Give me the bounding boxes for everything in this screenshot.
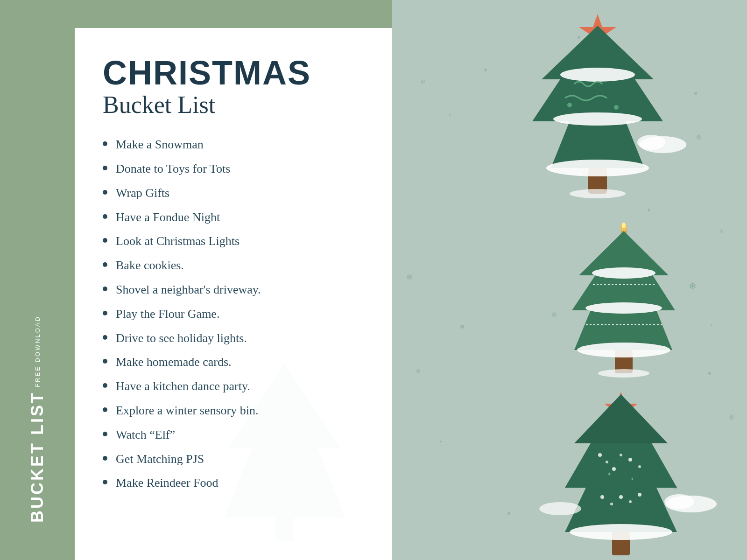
- svg-point-36: [585, 302, 662, 314]
- svg-point-49: [606, 461, 608, 463]
- trees-illustration: ❄ ✦ ❄ ❄ ❄ ✦ ❄ ❄ ✦ ❄: [392, 0, 747, 560]
- svg-text:✦: ✦: [448, 112, 452, 118]
- svg-point-65: [539, 502, 581, 515]
- list-item-text: Bake cookies.: [116, 258, 184, 273]
- svg-text:❄: ❄: [696, 133, 702, 141]
- list-item-text: Make Reindeer Food: [116, 475, 218, 491]
- list-item: Donate to Toys for Tots: [103, 161, 364, 177]
- list-item-text: Get Matching PJS: [116, 451, 204, 467]
- svg-marker-0: [224, 364, 345, 518]
- list-item: Look at Christmas Lights: [103, 233, 364, 249]
- svg-text:❄: ❄: [689, 281, 697, 291]
- page-title-christmas: CHRISTMAS: [103, 56, 364, 90]
- svg-point-17: [460, 325, 464, 329]
- watermark-tree: [215, 355, 355, 541]
- bullet-dot: [103, 432, 107, 436]
- list-item-text: Play the Flour Game.: [116, 306, 219, 322]
- svg-text:❄: ❄: [719, 228, 724, 235]
- svg-point-54: [600, 495, 604, 499]
- svg-point-48: [598, 453, 602, 457]
- bullet-dot: [103, 238, 107, 243]
- svg-point-57: [629, 500, 632, 503]
- svg-text:✦: ✦: [630, 476, 634, 482]
- svg-point-23: [553, 112, 642, 126]
- svg-point-51: [620, 454, 622, 456]
- svg-point-18: [708, 372, 711, 375]
- svg-text:✦: ✦: [607, 471, 612, 477]
- list-item: Shovel a neighbar's driveway.: [103, 282, 364, 298]
- left-sidebar: FREE DOWNLOAD BUCKET LIST: [0, 0, 75, 560]
- bullet-dot: [103, 407, 107, 412]
- bullet-dot: [103, 214, 107, 219]
- list-item-text: Have a Fondue Night: [116, 210, 220, 225]
- svg-text:❄: ❄: [420, 78, 426, 85]
- svg-text:❄: ❄: [551, 311, 557, 319]
- svg-point-64: [664, 494, 694, 509]
- list-item-text: Donate to Toys for Tots: [116, 161, 230, 177]
- svg-point-56: [619, 495, 623, 499]
- svg-point-58: [638, 493, 641, 497]
- list-item-text: Watch “Elf”: [116, 427, 175, 443]
- list-item: Play the Flour Game.: [103, 306, 364, 322]
- list-item-text: Look at Christmas Lights: [116, 233, 240, 249]
- list-item: Make a Snowman: [103, 137, 364, 153]
- list-item-text: Wrap Gifts: [116, 185, 169, 201]
- svg-point-27: [546, 160, 649, 176]
- bullet-dot: [103, 287, 107, 291]
- svg-point-22: [560, 68, 635, 82]
- svg-text:❄: ❄: [416, 368, 421, 375]
- svg-point-53: [638, 465, 641, 468]
- svg-text:✦: ✦: [439, 439, 443, 444]
- svg-text:✦: ✦: [710, 322, 713, 328]
- bullet-dot: [103, 311, 107, 315]
- svg-point-15: [578, 36, 580, 39]
- bullet-dot: [103, 359, 107, 364]
- list-item-text: Make homemade cards.: [116, 354, 232, 370]
- svg-point-28: [570, 189, 626, 198]
- svg-point-16: [648, 209, 650, 211]
- svg-point-19: [507, 512, 510, 515]
- bullet-dot: [103, 166, 107, 170]
- svg-point-50: [612, 467, 616, 471]
- svg-point-13: [484, 69, 487, 71]
- page-wrapper: FREE DOWNLOAD BUCKET LIST CHRISTMAS Buck…: [0, 0, 747, 560]
- svg-text:❄: ❄: [728, 413, 734, 421]
- list-item: Have a Fondue Night: [103, 210, 364, 225]
- bucket-list-sidebar-label: BUCKET LIST: [28, 391, 47, 523]
- bullet-dot: [103, 383, 107, 388]
- svg-point-33: [622, 223, 626, 228]
- bullet-dot: [103, 456, 107, 461]
- list-item-text: Drive to see holiday lights.: [116, 330, 247, 346]
- svg-point-14: [694, 92, 697, 95]
- list-item: Wrap Gifts: [103, 185, 364, 201]
- page-title-bucket: Bucket List: [103, 91, 364, 118]
- bullet-dot: [103, 141, 107, 146]
- list-item: Bake cookies.: [103, 258, 364, 273]
- svg-point-52: [628, 458, 632, 462]
- bullet-dot: [103, 262, 107, 267]
- svg-point-40: [577, 343, 670, 357]
- main-content: CHRISTMAS Bucket List Make a SnowmanDona…: [75, 28, 392, 560]
- bullet-dot: [103, 190, 107, 195]
- svg-rect-1: [275, 518, 294, 541]
- svg-point-30: [637, 135, 665, 150]
- bullet-dot: [103, 480, 107, 484]
- bullet-dot: [103, 335, 107, 340]
- svg-text:❄: ❄: [406, 273, 413, 282]
- list-item-text: Shovel a neighbar's driveway.: [116, 282, 261, 298]
- svg-point-35: [592, 267, 655, 279]
- svg-point-62: [570, 524, 672, 540]
- free-download-label: FREE DOWNLOAD: [34, 315, 41, 387]
- svg-point-55: [610, 503, 613, 505]
- svg-point-41: [598, 369, 649, 378]
- list-item-text: Make a Snowman: [116, 137, 204, 153]
- svg-point-25: [614, 105, 619, 110]
- right-panel: ❄ ✦ ❄ ❄ ❄ ✦ ❄ ❄ ✦ ❄: [392, 0, 747, 560]
- svg-point-24: [567, 103, 572, 107]
- list-item: Drive to see holiday lights.: [103, 330, 364, 346]
